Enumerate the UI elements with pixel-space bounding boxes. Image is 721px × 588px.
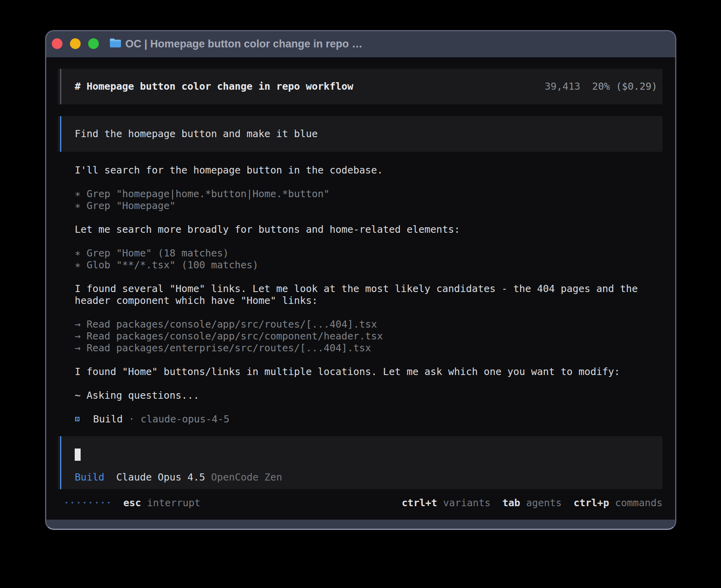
message-line: I'll search for the homepage button in t… (75, 164, 652, 176)
esc-key[interactable]: esc (123, 497, 141, 509)
agent-model: claude-opus-4-5 (141, 413, 230, 425)
message-paragraph: I found "Home" buttons/links in multiple… (75, 366, 652, 378)
tool-call-line: ∗ Glob "**/*.tsx" (100 matches) (75, 259, 652, 271)
spinner-dot (78, 502, 79, 503)
message-line: header component which have "Home" links… (75, 295, 652, 307)
hint-key[interactable]: ctrl+t (402, 497, 437, 509)
token-count: 39,413 (545, 81, 580, 92)
message-paragraph: I found several "Home" links. Let me loo… (75, 283, 652, 307)
message-line: I found several "Home" links. Let me loo… (75, 283, 652, 295)
esc-label: interrupt (141, 497, 200, 509)
hint-gap (491, 497, 502, 509)
hint-key[interactable]: tab (502, 497, 520, 509)
message-paragraph: ∗ Grep "Home" (18 matches)∗ Glob "**/*.t… (75, 247, 652, 271)
message-paragraph: ~ Asking questions... (75, 390, 652, 401)
input-meta: Build Claude Opus 4.5 OpenCode Zen (75, 471, 282, 483)
hint-label: agents (520, 497, 562, 509)
tool-call-line: → Read packages/enterprise/src/routes/[.… (75, 342, 652, 354)
terminal-window: OC | Homepage button color change in rep… (45, 30, 676, 530)
message-line: Let me search more broadly for buttons a… (75, 224, 652, 236)
terminal-content: # Homepage button color change in repo w… (46, 57, 675, 520)
agent-separator: · (123, 413, 141, 425)
message-paragraph: ∗ Grep "homepage|home.*button|Home.*butt… (75, 188, 652, 212)
agent-status-text: Build · claude-opus-4-5 (75, 413, 230, 425)
spinner-dot (96, 502, 98, 503)
message-paragraph: → Read packages/console/app/src/routes/[… (75, 318, 652, 354)
hint-gap (562, 497, 574, 509)
context-percent: 20% ($0.29) (592, 81, 657, 92)
hint-key[interactable]: ctrl+p (574, 497, 609, 509)
spinner-dot (102, 502, 104, 503)
input-model[interactable]: Claude Opus 4.5 (116, 471, 205, 483)
zoom-button[interactable] (88, 38, 99, 49)
statusbar: esc interrupt ctrl+t variants tab agents… (46, 497, 675, 509)
user-message: Find the homepage button and make it blu… (58, 116, 662, 152)
spinner-dot (108, 502, 109, 503)
tool-call-line: → Read packages/console/app/src/componen… (75, 330, 652, 342)
minimize-button[interactable] (70, 38, 81, 49)
message-paragraph: Let me search more broadly for buttons a… (75, 224, 652, 236)
session-title: # Homepage button color change in repo w… (75, 81, 353, 92)
agent-mode: Build (93, 413, 123, 425)
message-line: ~ Asking questions... (75, 390, 652, 401)
tool-call-line: ∗ Grep "homepage|home.*button|Home.*butt… (75, 188, 652, 200)
tool-call-line: ∗ Grep "Home" (18 matches) (75, 247, 652, 259)
text-cursor (75, 449, 81, 461)
hint-label: variants (437, 497, 491, 509)
prompt-input[interactable]: Build Claude Opus 4.5 OpenCode Zen (58, 436, 662, 489)
input-mode[interactable]: Build (75, 471, 104, 483)
message-paragraph: I'll search for the homepage button in t… (75, 164, 652, 176)
spinner-dot (84, 502, 85, 503)
agent-status-line: Build · claude-opus-4-5 (75, 413, 652, 425)
keyboard-hints: ctrl+t variants tab agents ctrl+p comman… (402, 497, 662, 509)
conversation: I'll search for the homepage button in t… (75, 164, 652, 437)
window-title: OC | Homepage button color change in rep… (125, 31, 362, 57)
context-cost (580, 81, 592, 92)
agent-mode-icon (75, 417, 79, 421)
spinner-dot (66, 502, 67, 503)
session-stats: 39,413 20% ($0.29) (545, 81, 657, 92)
input-provider: OpenCode Zen (205, 471, 282, 483)
close-button[interactable] (52, 38, 62, 49)
tool-call-line: → Read packages/console/app/src/routes/[… (75, 318, 652, 330)
tool-call-line: ∗ Grep "Homepage" (75, 200, 652, 212)
spinner-dot (72, 502, 73, 503)
hint-label: commands (609, 497, 662, 509)
folder-icon (109, 38, 121, 49)
interrupt-hint: esc interrupt (123, 497, 200, 509)
titlebar: OC | Homepage button color change in rep… (46, 31, 675, 57)
message-line: I found "Home" buttons/links in multiple… (75, 366, 652, 378)
user-message-text: Find the homepage button and make it blu… (75, 128, 318, 140)
spinner-dot (90, 502, 91, 503)
session-header: # Homepage button color change in repo w… (58, 69, 662, 104)
